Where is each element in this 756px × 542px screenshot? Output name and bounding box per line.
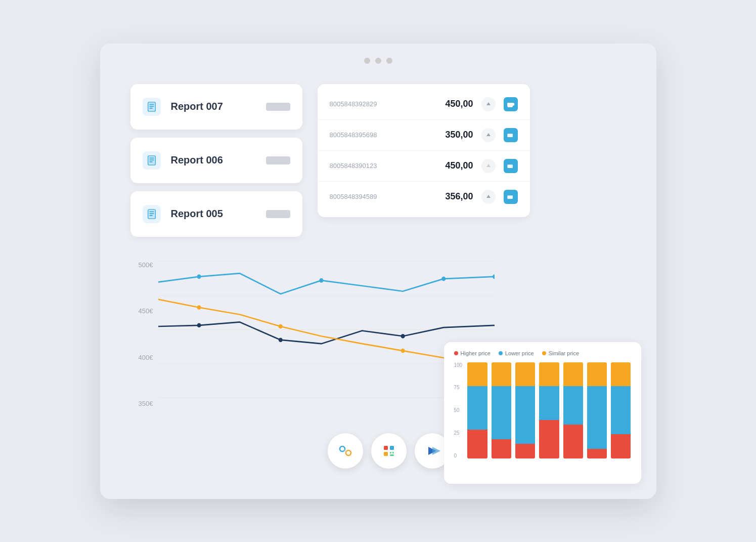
nav-icon-0[interactable] bbox=[481, 97, 496, 111]
report-badge-006 bbox=[266, 156, 290, 164]
stacked-bar-2 bbox=[515, 362, 535, 458]
coffee-icon-0[interactable] bbox=[504, 97, 518, 111]
segment-similar-4 bbox=[563, 362, 583, 387]
app-icon-split[interactable] bbox=[328, 433, 363, 469]
data-row-2[interactable]: 8005848390123 450,00 bbox=[318, 151, 530, 182]
data-row-1[interactable]: 8005848395698 350,00 bbox=[318, 120, 530, 151]
amount-3: 356,00 bbox=[433, 191, 473, 202]
line-chart-area: 500€ 450€ 400€ 350€ bbox=[130, 256, 495, 413]
segment-similar-3 bbox=[539, 362, 559, 387]
bar-y-75: 75 bbox=[454, 385, 463, 390]
bar-y-25: 25 bbox=[454, 430, 463, 436]
svg-point-32 bbox=[278, 324, 282, 328]
segment-higher-1 bbox=[492, 439, 511, 458]
stacked-bar-3 bbox=[539, 362, 559, 458]
svg-point-33 bbox=[401, 348, 405, 353]
bar-chart-body: 100 75 50 25 0 bbox=[454, 362, 631, 464]
svg-point-26 bbox=[441, 276, 446, 281]
svg-point-35 bbox=[346, 450, 351, 455]
segment-lower-1 bbox=[492, 386, 511, 439]
barcode-2: 8005848390123 bbox=[330, 162, 425, 170]
segment-lower-6 bbox=[611, 386, 631, 434]
legend-dot-lower bbox=[499, 351, 503, 355]
bar-chart-card: Higher price Lower price Similar price 1… bbox=[444, 342, 641, 484]
svg-point-31 bbox=[197, 305, 201, 310]
data-row-0[interactable]: 8005848392829 450,00 bbox=[318, 89, 530, 120]
dot-3 bbox=[386, 58, 392, 64]
data-row-3[interactable]: 8005848394589 356,00 bbox=[318, 182, 530, 212]
svg-rect-39 bbox=[384, 452, 388, 456]
report-card-005[interactable]: Report 005 bbox=[130, 191, 302, 237]
dot-1 bbox=[364, 58, 370, 64]
dot-2 bbox=[375, 58, 381, 64]
report-name-006: Report 006 bbox=[171, 154, 256, 166]
svg-rect-38 bbox=[390, 446, 394, 450]
segment-higher-3 bbox=[539, 420, 559, 458]
legend-dot-higher bbox=[454, 351, 458, 355]
svg-point-34 bbox=[340, 446, 345, 451]
app-icon-grid-plus[interactable] bbox=[371, 433, 407, 469]
svg-point-25 bbox=[319, 278, 323, 282]
svg-point-24 bbox=[197, 274, 201, 279]
chart-y-labels: 500€ 450€ 400€ 350€ bbox=[130, 256, 153, 413]
report-badge-007 bbox=[266, 103, 290, 111]
stacked-bar-6 bbox=[611, 362, 631, 458]
segment-similar-0 bbox=[467, 362, 487, 387]
segment-higher-6 bbox=[611, 434, 631, 458]
bar-y-100: 100 bbox=[454, 362, 463, 368]
legend-label-lower: Lower price bbox=[505, 350, 534, 356]
svg-point-28 bbox=[197, 323, 201, 327]
y-label-350: 350€ bbox=[130, 400, 153, 407]
segment-similar-1 bbox=[492, 362, 511, 387]
report-card-006[interactable]: Report 006 bbox=[130, 138, 302, 183]
coffee-icon-3[interactable] bbox=[504, 190, 518, 204]
svg-rect-17 bbox=[507, 164, 513, 168]
bars-group bbox=[467, 362, 631, 458]
segment-lower-0 bbox=[467, 386, 487, 430]
data-table-card: 8005848392829 450,00 8005848395698 350,0… bbox=[318, 84, 530, 217]
legend-similar: Similar price bbox=[542, 350, 580, 356]
nav-icon-1[interactable] bbox=[481, 128, 496, 142]
legend-higher: Higher price bbox=[454, 350, 491, 356]
report-icon-007 bbox=[143, 98, 161, 116]
report-card-007[interactable]: Report 007 bbox=[130, 84, 302, 130]
report-badge-005 bbox=[266, 210, 290, 218]
svg-rect-37 bbox=[384, 446, 388, 450]
y-label-450: 450€ bbox=[130, 307, 153, 315]
amount-0: 450,00 bbox=[433, 99, 473, 109]
stacked-bar-1 bbox=[492, 362, 511, 458]
legend-dot-similar bbox=[542, 351, 546, 355]
barcode-3: 8005848394589 bbox=[330, 193, 425, 200]
stacked-bar-5 bbox=[587, 362, 607, 458]
svg-rect-15 bbox=[507, 103, 513, 106]
segment-lower-5 bbox=[587, 386, 607, 449]
svg-point-30 bbox=[401, 333, 405, 338]
segment-similar-5 bbox=[587, 362, 607, 387]
segment-higher-2 bbox=[515, 444, 535, 458]
svg-rect-16 bbox=[507, 134, 513, 137]
barcode-0: 8005848392829 bbox=[330, 100, 425, 108]
bar-y-50: 50 bbox=[454, 407, 463, 413]
y-label-400: 400€ bbox=[130, 354, 153, 361]
report-icon-005 bbox=[143, 205, 161, 223]
report-name-007: Report 007 bbox=[171, 101, 256, 112]
coffee-icon-2[interactable] bbox=[504, 159, 518, 173]
segment-lower-2 bbox=[515, 386, 535, 444]
svg-marker-45 bbox=[432, 447, 440, 455]
report-name-005: Report 005 bbox=[171, 208, 256, 220]
report-list: Report 007 Report 006 bbox=[130, 84, 302, 237]
svg-point-27 bbox=[492, 274, 494, 279]
segment-higher-5 bbox=[587, 449, 607, 458]
coffee-icon-1[interactable] bbox=[504, 128, 518, 142]
nav-icon-2[interactable] bbox=[481, 159, 496, 173]
segment-similar-6 bbox=[611, 362, 631, 387]
window-controls bbox=[364, 58, 392, 64]
segment-higher-4 bbox=[563, 425, 583, 458]
main-window: Report 007 Report 006 bbox=[100, 44, 656, 499]
legend-label-higher: Higher price bbox=[461, 350, 491, 356]
bar-y-0: 0 bbox=[454, 453, 463, 458]
nav-icon-3[interactable] bbox=[481, 190, 496, 204]
stacked-bar-4 bbox=[563, 362, 583, 458]
segment-similar-2 bbox=[515, 362, 535, 387]
amount-2: 450,00 bbox=[433, 160, 473, 171]
